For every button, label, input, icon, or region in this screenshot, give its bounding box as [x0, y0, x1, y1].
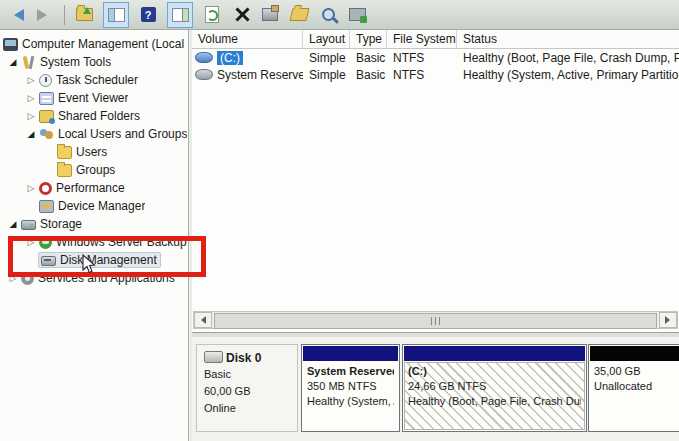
disk-name: Disk 0	[226, 351, 261, 365]
tree-item-users[interactable]: Users	[0, 143, 188, 161]
device-manager-icon	[39, 200, 54, 213]
expander-collapsed-icon[interactable]	[24, 111, 38, 121]
local-users-groups-icon	[39, 128, 54, 141]
tree-item-label: Event Viewer	[58, 91, 128, 105]
partition-status: Healthy (Boot, Page File, Crash Dump, Pr…	[408, 394, 581, 409]
expander-collapsed-icon[interactable]	[24, 93, 38, 103]
column-header-status[interactable]: Status	[457, 30, 679, 48]
tree-item-label: Task Scheduler	[56, 73, 138, 87]
scroll-left-button[interactable]	[194, 312, 212, 328]
disk-type: Basic	[204, 366, 297, 383]
tree-item-label: Groups	[76, 163, 115, 177]
volume-name: System Reserved	[217, 68, 303, 82]
expander-collapsed-icon[interactable]	[24, 75, 38, 85]
scrollbar-thumb[interactable]	[214, 313, 657, 329]
tree-item-local-users-and-groups[interactable]: Local Users and Groups	[0, 125, 188, 143]
volume-status: Healthy (System, Active, Primary Partiti…	[457, 68, 679, 82]
column-header-file-system[interactable]: File System	[387, 30, 457, 48]
scrollbar-grip-icon	[431, 317, 440, 325]
partition-name: System Reserved	[307, 364, 394, 379]
tree-item-label: Shared Folders	[58, 109, 140, 123]
tree-item-device-manager[interactable]: Device Manager	[0, 197, 188, 215]
tree-item-task-scheduler[interactable]: Task Scheduler	[0, 71, 188, 89]
event-viewer-icon	[39, 92, 54, 105]
disk-graphical-view: Disk 0 Basic 60,00 GB Online System Rese…	[192, 337, 679, 441]
disk-drive-icon	[204, 351, 223, 363]
tree-item-performance[interactable]: Performance	[0, 179, 188, 197]
partition-c-selected[interactable]: (C:) 24,66 GB NTFS Healthy (Boot, Page F…	[402, 344, 587, 432]
computer-icon	[3, 38, 18, 51]
export-list-icon[interactable]	[74, 5, 94, 25]
partition-size: 24,66 GB NTFS	[408, 379, 581, 394]
tree-item-event-viewer[interactable]: Event Viewer	[0, 89, 188, 107]
disk-status: Online	[204, 400, 297, 417]
performance-icon	[39, 182, 52, 195]
refresh-icon[interactable]	[202, 5, 222, 25]
volume-type: Basic	[350, 51, 387, 65]
tree-item-groups[interactable]: Groups	[0, 161, 188, 179]
volume-status: Healthy (Boot, Page File, Crash Dump, Pr…	[457, 51, 679, 65]
expander-expanded-icon[interactable]	[6, 219, 20, 229]
tree-item-storage[interactable]: Storage	[0, 215, 188, 233]
help-icon[interactable]: ?	[138, 5, 158, 25]
volume-list-header: Volume Layout Type File System Status	[192, 30, 679, 49]
scrollbar-track[interactable]	[212, 313, 659, 327]
mouse-cursor	[82, 254, 96, 274]
horizontal-scrollbar[interactable]	[193, 311, 678, 329]
volume-name-selected: (C:)	[217, 51, 243, 65]
find-icon[interactable]	[318, 5, 338, 25]
properties-icon[interactable]	[260, 5, 280, 25]
show-console-tree-icon[interactable]	[103, 2, 129, 28]
column-header-layout[interactable]: Layout	[303, 30, 350, 48]
volume-row-c[interactable]: (C:) Simple Basic NTFS Healthy (Boot, Pa…	[192, 49, 679, 66]
tree-item-computer-management[interactable]: Computer Management (Local	[0, 35, 188, 53]
partition-name: (C:)	[408, 364, 581, 379]
volume-type: Basic	[350, 68, 387, 82]
manage-icon[interactable]	[347, 5, 367, 25]
volume-file-system: NTFS	[387, 51, 457, 65]
partition-size: 350 MB NTFS	[307, 379, 394, 394]
task-scheduler-icon	[39, 74, 52, 87]
shared-folders-icon	[39, 110, 54, 123]
back-icon[interactable]	[6, 5, 26, 25]
partition-color-bar	[303, 346, 398, 361]
tree-item-label: Device Manager	[58, 199, 145, 213]
system-tools-icon	[21, 56, 36, 69]
tree-item-label: System Tools	[40, 55, 111, 69]
tree-item-label: Computer Management (Local	[22, 37, 184, 51]
tree-item-shared-folders[interactable]: Shared Folders	[0, 107, 188, 125]
tree-item-label: Users	[76, 145, 107, 159]
expander-expanded-icon[interactable]	[24, 129, 38, 139]
computer-management-window: ? Computer Management (Local System Tool…	[0, 0, 679, 441]
tree-item-label: Performance	[56, 181, 125, 195]
annotation-red-box	[8, 236, 206, 277]
disk-size: 60,00 GB	[204, 383, 297, 400]
toolbar-separator	[64, 5, 65, 25]
folder-icon	[57, 146, 72, 159]
partition-system-reserved[interactable]: System Reserved 350 MB NTFS Healthy (Sys…	[301, 344, 400, 432]
tree-item-system-tools[interactable]: System Tools	[0, 53, 188, 71]
column-header-volume[interactable]: Volume	[192, 30, 303, 48]
column-header-type[interactable]: Type	[350, 30, 387, 48]
expander-expanded-icon[interactable]	[6, 57, 20, 67]
open-icon[interactable]	[289, 5, 309, 25]
expander-collapsed-icon[interactable]	[24, 183, 38, 193]
volume-file-system: NTFS	[387, 68, 457, 82]
scroll-right-button[interactable]	[659, 312, 677, 328]
toolbar: ?	[0, 0, 679, 30]
tree-item-label: Local Users and Groups	[58, 127, 187, 141]
unallocated-color-bar	[590, 346, 679, 361]
disk0-info-box[interactable]: Disk 0 Basic 60,00 GB Online	[196, 344, 298, 432]
show-action-pane-icon[interactable]	[167, 2, 193, 28]
volume-row-system-reserved[interactable]: System Reserved Simple Basic NTFS Health…	[192, 66, 679, 83]
storage-icon	[21, 220, 36, 230]
partition-unallocated[interactable]: 35,00 GB Unallocated	[588, 344, 679, 432]
partition-status: Healthy (System, Active, Primary Partiti…	[307, 394, 394, 409]
volume-layout: Simple	[303, 68, 350, 82]
partition-color-bar	[404, 346, 585, 361]
partition-size: 35,00 GB	[594, 364, 679, 379]
delete-icon[interactable]	[231, 5, 251, 25]
volume-layout: Simple	[303, 51, 350, 65]
forward-icon[interactable]	[35, 5, 55, 25]
volume-disk-icon	[195, 69, 213, 80]
